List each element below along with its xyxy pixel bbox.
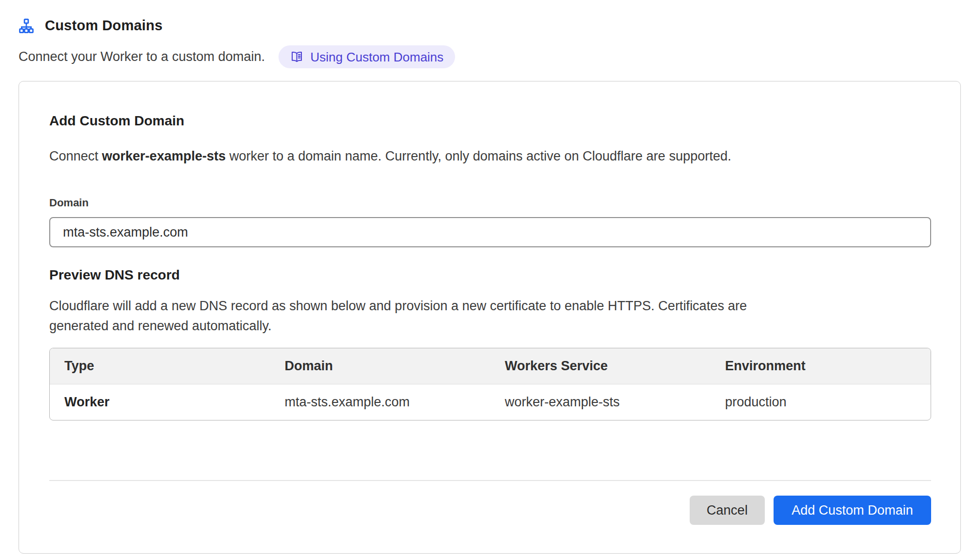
column-header-type: Type <box>50 348 270 384</box>
domain-input[interactable] <box>49 217 931 247</box>
page-header: Custom Domains Connect your Worker to a … <box>0 0 975 68</box>
card-heading: Add Custom Domain <box>49 113 931 129</box>
cell-workers-service: worker-example-sts <box>490 384 711 420</box>
table-row: Worker mta-sts.example.com worker-exampl… <box>50 384 931 420</box>
docs-link-badge[interactable]: Using Custom Domains <box>279 45 455 68</box>
cancel-button[interactable]: Cancel <box>690 496 765 525</box>
cell-domain: mta-sts.example.com <box>270 384 491 420</box>
page-title: Custom Domains <box>45 18 162 34</box>
domain-field-label: Domain <box>49 197 931 209</box>
open-book-icon <box>290 50 303 63</box>
column-header-environment: Environment <box>711 348 931 384</box>
cell-type: Worker <box>50 384 270 420</box>
preview-dns-description: Cloudflare will add a new DNS record as … <box>49 296 766 336</box>
title-row: Custom Domains <box>19 18 956 34</box>
dns-preview-table: Type Domain Workers Service Environment … <box>49 348 931 420</box>
footer-actions: Cancel Add Custom Domain <box>49 496 931 525</box>
intro-suffix: worker to a domain name. Currently, only… <box>226 149 732 163</box>
docs-link-label: Using Custom Domains <box>310 51 443 63</box>
table-header-row: Type Domain Workers Service Environment <box>50 348 931 384</box>
add-custom-domain-button[interactable]: Add Custom Domain <box>774 496 931 525</box>
page-subtitle: Connect your Worker to a custom domain. <box>19 49 265 64</box>
footer-divider <box>49 480 931 481</box>
cell-environment: production <box>711 384 931 420</box>
card-intro-text: Connect worker-example-sts worker to a d… <box>49 148 931 164</box>
worker-name: worker-example-sts <box>102 149 226 163</box>
subtitle-row: Connect your Worker to a custom domain. … <box>19 45 956 68</box>
column-header-workers-service: Workers Service <box>490 348 711 384</box>
intro-prefix: Connect <box>49 149 102 163</box>
column-header-domain: Domain <box>270 348 491 384</box>
sitemap-icon <box>19 18 34 34</box>
add-custom-domain-card: Add Custom Domain Connect worker-example… <box>19 81 961 554</box>
preview-dns-heading: Preview DNS record <box>49 267 931 283</box>
